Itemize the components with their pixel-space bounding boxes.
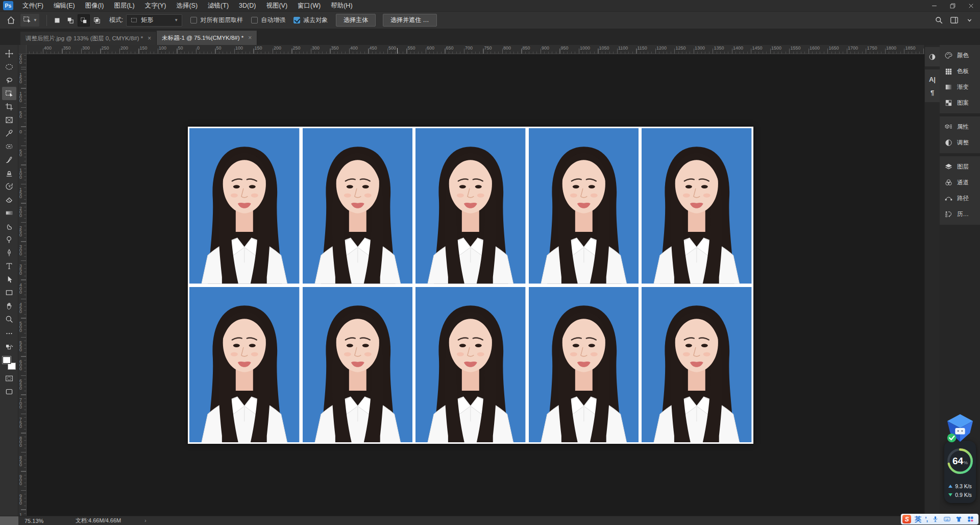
foreground-background-swatches[interactable] xyxy=(3,356,16,370)
menu-item-window[interactable]: 窗口(W) xyxy=(292,0,326,11)
assistant-gem-icon[interactable] xyxy=(945,413,975,444)
panel-tab-layers[interactable]: 图层 xyxy=(940,159,980,175)
pen-tool-icon[interactable] xyxy=(2,246,16,259)
panel-tab-history[interactable]: 历… xyxy=(940,206,980,222)
panel-tab-properties[interactable]: 属性 xyxy=(940,119,980,135)
marquee-rect-icon xyxy=(130,16,138,24)
rectangle-shape-tool-icon[interactable] xyxy=(2,286,16,299)
object-selection-tool-icon[interactable] xyxy=(2,87,16,100)
ruler-label: 100 xyxy=(159,45,166,51)
frame-tool-icon[interactable] xyxy=(2,113,16,127)
panel-tab-swatches[interactable]: 色板 xyxy=(940,63,980,79)
screen-mode-icon[interactable] xyxy=(2,385,16,398)
panel-tab-color-palette[interactable]: 颜色 xyxy=(940,47,980,63)
home-icon[interactable] xyxy=(4,14,17,27)
intersect-selection-icon[interactable] xyxy=(91,14,103,27)
document-canvas[interactable] xyxy=(188,127,753,444)
restore-icon[interactable] xyxy=(943,0,962,11)
keyboard-icon[interactable] xyxy=(943,515,951,523)
eraser-tool-icon[interactable] xyxy=(2,193,16,206)
eyedropper-tool-icon[interactable] xyxy=(2,127,16,140)
path-selection-tool-icon[interactable] xyxy=(2,273,16,286)
foreground-color-swatch[interactable] xyxy=(3,356,11,364)
crop-tool-icon[interactable] xyxy=(2,100,16,113)
close-icon[interactable] xyxy=(962,0,980,11)
lasso-tool-icon[interactable] xyxy=(2,74,16,87)
character-panel-icon[interactable]: A| xyxy=(926,73,939,86)
checkbox-sample-all-layers[interactable]: 对所有图层取样 xyxy=(190,16,243,25)
quick-mask-icon[interactable] xyxy=(2,372,16,385)
background-color-swatch[interactable] xyxy=(8,363,16,370)
sogou-logo-icon[interactable]: S xyxy=(902,515,911,523)
grid-dots-icon[interactable] xyxy=(966,515,974,523)
checkbox-box[interactable] xyxy=(251,17,258,23)
menu-item-type[interactable]: 文字(Y) xyxy=(140,0,172,11)
checkbox-subtract-object[interactable]: 减去对象 xyxy=(293,16,328,25)
checkbox-auto-enhance[interactable]: 自动增强 xyxy=(251,16,285,25)
zoom-tool-icon[interactable] xyxy=(2,313,16,326)
swap-colors-icon[interactable] xyxy=(2,341,16,354)
status-chevron-icon[interactable]: › xyxy=(144,518,146,523)
panel-tab-gradients[interactable]: 渐变 xyxy=(940,79,980,95)
skin-tshirt-icon[interactable] xyxy=(954,515,963,523)
smudge-tool-icon[interactable] xyxy=(2,220,16,233)
workspace-icon[interactable] xyxy=(947,14,961,27)
clone-stamp-tool-icon[interactable] xyxy=(2,166,16,180)
subtract-selection-icon[interactable] xyxy=(78,14,90,27)
gradient-tool-icon[interactable] xyxy=(2,206,16,220)
ruler-label: 250 xyxy=(102,45,109,51)
panel-tab-adjustments[interactable]: 调整 xyxy=(940,135,980,151)
canvas-pasteboard[interactable] xyxy=(27,54,924,516)
move-tool-icon[interactable] xyxy=(2,47,16,60)
menu-item-view[interactable]: 视图(V) xyxy=(261,0,292,11)
ime-language-toggle[interactable]: 英 xyxy=(915,515,921,524)
menu-item-edit[interactable]: 编辑(E) xyxy=(48,0,80,11)
document-tab-1[interactable]: 调整后照片.jpg @ 133% (图层 0, CMYK/8#) *× xyxy=(20,32,157,45)
document-tab-2[interactable]: 未标题-1 @ 75.1%(CMYK/8#) *× xyxy=(157,31,257,45)
checkbox-label: 减去对象 xyxy=(303,16,328,25)
select-subject-button[interactable]: 选择主体 xyxy=(336,14,376,27)
ruler-label: 300 xyxy=(19,245,22,256)
paragraph-panel-icon[interactable]: ¶ xyxy=(926,86,939,99)
hand-tool-icon[interactable] xyxy=(2,299,16,313)
half-circle-icon[interactable] xyxy=(926,50,939,63)
edit-toolbar-icon[interactable] xyxy=(2,327,16,340)
mode-dropdown[interactable]: 矩形 ▼ xyxy=(126,14,182,27)
menu-item-filter[interactable]: 滤镜(T) xyxy=(203,0,234,11)
dodge-tool-icon[interactable] xyxy=(2,233,16,246)
elliptical-marquee-tool-icon[interactable] xyxy=(2,60,16,74)
new-selection-icon[interactable] xyxy=(51,14,63,27)
menu-item-image[interactable]: 图像(I) xyxy=(80,0,109,11)
menu-item-layer[interactable]: 图层(L) xyxy=(109,0,139,11)
panel-tab-channels[interactable]: 通道 xyxy=(940,175,980,190)
menu-item-file[interactable]: 文件(F) xyxy=(17,0,48,11)
ime-punctuation-toggle[interactable]: ’, xyxy=(925,516,927,523)
net-speed-panel[interactable]: 64 % 9.3 K/s 0.9 K/s xyxy=(944,441,976,503)
canvas-region: 4003503002502001501005005010015020025030… xyxy=(18,45,924,516)
tab-close-icon[interactable]: × xyxy=(148,35,151,42)
panel-tab-paths[interactable]: 路径 xyxy=(940,190,980,206)
microphone-icon[interactable] xyxy=(931,515,939,523)
status-bar: 75.13% 文档:4.66M/4.66M › S 英 ’, xyxy=(0,516,980,525)
healing-patch-tool-icon[interactable] xyxy=(2,140,16,153)
menu-item-help[interactable]: 帮助(H) xyxy=(326,0,357,11)
checkbox-box[interactable] xyxy=(293,17,300,23)
menu-item-3d[interactable]: 3D(D) xyxy=(234,0,261,11)
history-brush-tool-icon[interactable] xyxy=(2,180,16,193)
panel-tab-patterns[interactable]: 图案 xyxy=(940,95,980,111)
upload-arrow-icon xyxy=(948,485,952,488)
type-tool-icon[interactable] xyxy=(2,259,16,273)
brush-tool-icon[interactable] xyxy=(2,153,16,166)
zoom-level-field[interactable]: 75.13% xyxy=(24,518,57,524)
gauge-unit: % xyxy=(964,460,968,465)
search-icon[interactable] xyxy=(932,14,945,27)
minimize-icon[interactable] xyxy=(925,0,943,11)
select-and-mask-button[interactable]: 选择并遮住 … xyxy=(383,14,436,27)
current-tool-chip[interactable]: ▼ xyxy=(20,14,39,27)
tab-close-icon[interactable]: × xyxy=(248,34,252,41)
chevron-down-icon[interactable] xyxy=(963,14,976,27)
checkbox-box[interactable] xyxy=(190,17,197,23)
ruler-label: 200 xyxy=(19,54,22,64)
add-selection-icon[interactable] xyxy=(64,14,77,27)
menu-item-select[interactable]: 选择(S) xyxy=(171,0,203,11)
